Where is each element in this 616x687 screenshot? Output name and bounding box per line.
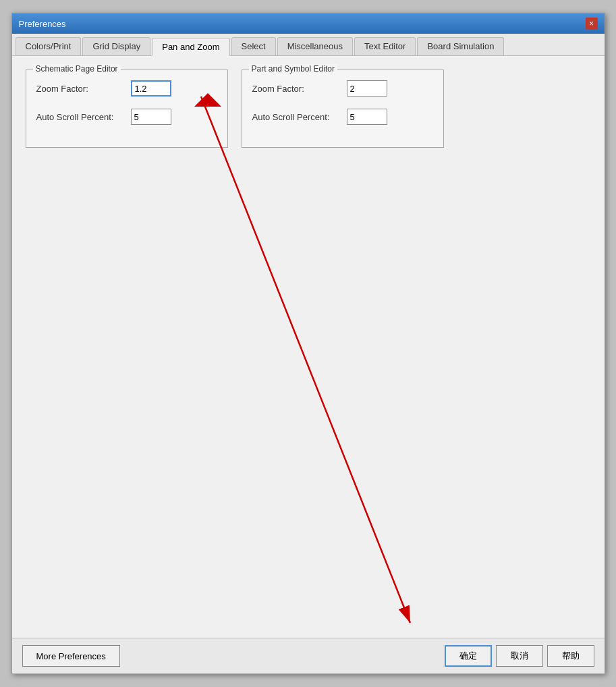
schematic-panel-legend: Schematic Page Editor	[33, 64, 121, 74]
tab-grid-display[interactable]: Grid Display	[82, 37, 150, 55]
part-zoom-input[interactable]	[347, 80, 387, 97]
schematic-panel: Schematic Page Editor Zoom Factor: Auto …	[26, 70, 228, 148]
cancel-button[interactable]: 取消	[496, 645, 543, 667]
more-preferences-button[interactable]: More Preferences	[22, 645, 120, 667]
schematic-scroll-input[interactable]	[131, 109, 171, 125]
close-button[interactable]: ×	[586, 18, 598, 30]
window-title: Preferences	[19, 19, 66, 29]
part-symbol-panel: Part and Symbol Editor Zoom Factor: Auto…	[242, 70, 444, 148]
schematic-zoom-label: Zoom Factor:	[36, 84, 131, 94]
tab-board-simulation[interactable]: Board Simulation	[417, 37, 504, 55]
content-area: Schematic Page Editor Zoom Factor: Auto …	[12, 56, 605, 638]
panels-row: Schematic Page Editor Zoom Factor: Auto …	[26, 70, 591, 148]
tab-text-editor[interactable]: Text Editor	[354, 37, 416, 55]
schematic-zoom-row: Zoom Factor:	[36, 80, 217, 97]
title-bar: Preferences ×	[12, 13, 605, 34]
schematic-zoom-input[interactable]	[131, 80, 171, 97]
tab-miscellaneous[interactable]: Miscellaneous	[277, 37, 353, 55]
part-scroll-label: Auto Scroll Percent:	[252, 112, 347, 122]
part-zoom-label: Zoom Factor:	[252, 84, 347, 94]
schematic-scroll-label: Auto Scroll Percent:	[36, 112, 131, 122]
tab-select[interactable]: Select	[231, 37, 276, 55]
help-button[interactable]: 帮助	[547, 645, 594, 667]
tab-colors-print[interactable]: Colors/Print	[16, 37, 82, 55]
part-scroll-row: Auto Scroll Percent:	[252, 109, 433, 125]
part-zoom-row: Zoom Factor:	[252, 80, 433, 97]
tab-bar: Colors/Print Grid Display Pan and Zoom S…	[12, 34, 605, 56]
part-scroll-input[interactable]	[347, 109, 387, 125]
schematic-scroll-row: Auto Scroll Percent:	[36, 109, 217, 125]
ok-button[interactable]: 确定	[445, 645, 492, 667]
svg-line-1	[201, 97, 410, 623]
tab-pan-zoom[interactable]: Pan and Zoom	[152, 38, 229, 56]
action-buttons: 确定 取消 帮助	[445, 645, 594, 667]
bottom-bar: More Preferences 确定 取消 帮助	[12, 638, 605, 674]
preferences-window: Preferences × Colors/Print Grid Display …	[11, 13, 605, 674]
part-symbol-panel-legend: Part and Symbol Editor	[249, 64, 337, 74]
